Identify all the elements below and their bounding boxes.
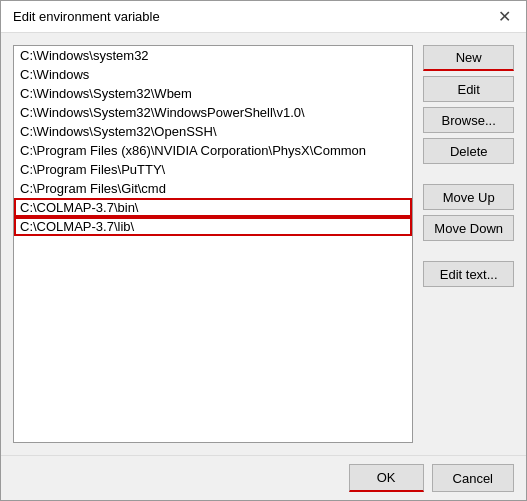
dialog-content: C:\Windows\system32C:\WindowsC:\Windows\… — [1, 33, 526, 455]
dialog-footer: OK Cancel — [1, 455, 526, 500]
cancel-button[interactable]: Cancel — [432, 464, 514, 492]
edit-button[interactable]: Edit — [423, 76, 514, 102]
close-button[interactable]: ✕ — [494, 7, 514, 27]
list-item[interactable]: C:\Windows\System32\WindowsPowerShell\v1… — [14, 103, 412, 122]
list-item[interactable]: C:\Program Files (x86)\NVIDIA Corporatio… — [14, 141, 412, 160]
list-item[interactable]: C:\COLMAP-3.7\bin\ — [14, 198, 412, 217]
dialog-title: Edit environment variable — [13, 9, 160, 24]
delete-button[interactable]: Delete — [423, 138, 514, 164]
title-bar: Edit environment variable ✕ — [1, 1, 526, 33]
list-item[interactable]: C:\Windows — [14, 65, 412, 84]
list-item[interactable]: C:\Windows\system32 — [14, 46, 412, 65]
list-item[interactable]: C:\Program Files\Git\cmd — [14, 179, 412, 198]
list-item[interactable]: C:\Program Files\PuTTY\ — [14, 160, 412, 179]
edit-text-button[interactable]: Edit text... — [423, 261, 514, 287]
list-item[interactable]: C:\Windows\System32\Wbem — [14, 84, 412, 103]
env-variable-list[interactable]: C:\Windows\system32C:\WindowsC:\Windows\… — [13, 45, 413, 443]
ok-button[interactable]: OK — [349, 464, 424, 492]
spacer1 — [423, 169, 514, 179]
new-button[interactable]: New — [423, 45, 514, 71]
move-up-button[interactable]: Move Up — [423, 184, 514, 210]
list-item[interactable]: C:\COLMAP-3.7\lib\ — [14, 217, 412, 236]
dialog: Edit environment variable ✕ C:\Windows\s… — [0, 0, 527, 501]
buttons-panel: New Edit Browse... Delete Move Up Move D… — [423, 45, 514, 443]
list-item[interactable]: C:\Windows\System32\OpenSSH\ — [14, 122, 412, 141]
browse-button[interactable]: Browse... — [423, 107, 514, 133]
spacer2 — [423, 246, 514, 256]
move-down-button[interactable]: Move Down — [423, 215, 514, 241]
